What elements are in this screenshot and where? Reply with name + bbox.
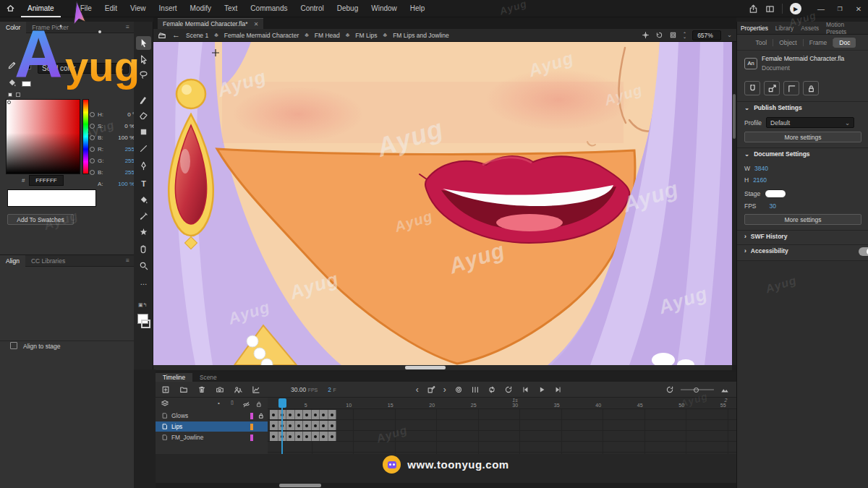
stage-height-input[interactable]: 2160: [753, 176, 767, 184]
tab-assets[interactable]: Assets: [797, 25, 822, 32]
color-type-select[interactable]: Solid color⌄: [38, 63, 129, 74]
fill-color-icon[interactable]: [7, 78, 17, 87]
loop-frames-icon[interactable]: [488, 385, 496, 393]
menu-text[interactable]: Text: [218, 0, 244, 17]
chevron-right-icon[interactable]: ›: [744, 248, 746, 254]
breadcrumb-item[interactable]: Female Mermaid Character: [224, 32, 299, 39]
publish-more-settings-button[interactable]: More settings: [744, 132, 861, 142]
playhead[interactable]: [278, 398, 286, 408]
keyframe-cell[interactable]: [286, 432, 295, 441]
accessibility-toggle[interactable]: [859, 247, 868, 256]
back-icon[interactable]: ←: [172, 31, 180, 39]
subtab-frame[interactable]: Frame: [804, 38, 833, 48]
quick-share-icon[interactable]: ▶: [790, 3, 801, 14]
layer-color-swatch[interactable]: [250, 413, 253, 419]
selection-tool[interactable]: [136, 36, 151, 50]
tab-library[interactable]: Library: [772, 25, 797, 32]
timeline-scrollbar[interactable]: [156, 483, 736, 488]
current-frame[interactable]: 2: [328, 386, 331, 393]
onion-outlines-icon[interactable]: [471, 385, 480, 393]
timeline-tab-timeline[interactable]: Timeline: [156, 373, 192, 382]
graph-icon[interactable]: [252, 385, 260, 393]
hand-tool[interactable]: [136, 242, 151, 256]
accessibility-header[interactable]: Accessibility: [751, 247, 788, 254]
tab-cc-libraries[interactable]: CC Libraries: [25, 255, 71, 267]
color-value[interactable]: 255: [125, 146, 135, 153]
menu-debug[interactable]: Debug: [331, 0, 365, 17]
document-settings-header[interactable]: Document Settings: [754, 150, 809, 158]
radio-button[interactable]: [90, 124, 95, 129]
hue-slider[interactable]: [82, 99, 89, 174]
hide-column-icon[interactable]: [242, 400, 250, 408]
step-back-icon[interactable]: ‹: [416, 385, 419, 395]
text-tool[interactable]: T: [136, 176, 151, 190]
layer-lock[interactable]: [256, 434, 266, 442]
keyframe-cell[interactable]: [286, 410, 295, 419]
panel-menu-icon[interactable]: ≡: [126, 24, 129, 30]
lock-icon[interactable]: [803, 81, 819, 95]
keyframe-cell[interactable]: [328, 432, 337, 441]
doc-more-settings-button[interactable]: More settings: [744, 214, 861, 225]
keyframe-cell[interactable]: [312, 432, 320, 441]
keyframe-cell[interactable]: [303, 421, 312, 430]
radio-button[interactable]: [90, 170, 95, 175]
keyframe-cell[interactable]: [270, 432, 278, 441]
subtab-object[interactable]: Object: [773, 38, 803, 48]
profile-select[interactable]: Default⌄: [766, 117, 854, 128]
clapper-icon[interactable]: [158, 31, 166, 40]
workspace-icon[interactable]: [765, 4, 775, 14]
radio-button[interactable]: [90, 158, 95, 163]
parenting-icon[interactable]: [234, 385, 242, 393]
reset-loop-icon[interactable]: [665, 385, 674, 393]
layer-lock[interactable]: [256, 423, 266, 431]
chevron-down-icon[interactable]: ⌄: [744, 105, 749, 111]
radio-button[interactable]: [90, 147, 95, 152]
zoom-stepper[interactable]: ⌃⌄: [683, 33, 686, 38]
tab-color[interactable]: Color: [0, 22, 26, 33]
keyframe-cell[interactable]: [320, 421, 328, 430]
zoom-tool[interactable]: [136, 259, 151, 273]
align-to-stage-checkbox[interactable]: [10, 342, 17, 349]
layer-row-glows[interactable]: Glows: [156, 411, 268, 421]
swap-colors-icon[interactable]: [16, 93, 20, 97]
keyframe-cell[interactable]: [295, 421, 304, 430]
stroke-swatch[interactable]: [141, 320, 150, 328]
default-colors-icon[interactable]: [8, 93, 12, 97]
restore-button[interactable]: ❒: [830, 6, 849, 12]
center-frame-icon[interactable]: [642, 31, 650, 39]
keyframe-cell[interactable]: [328, 421, 337, 430]
clip-content-icon[interactable]: [669, 31, 677, 39]
keyframe-cell[interactable]: [270, 410, 278, 419]
tab-close-icon[interactable]: ✕: [254, 21, 259, 27]
tab-motion-presets[interactable]: Motion Presets: [822, 21, 868, 35]
radio-button[interactable]: [90, 135, 95, 140]
menu-window[interactable]: Window: [365, 0, 404, 17]
eraser-tool[interactable]: [136, 108, 151, 122]
breadcrumb-item[interactable]: FM Head: [315, 32, 340, 39]
menu-insert[interactable]: Insert: [153, 0, 184, 17]
rotate-stage-icon[interactable]: [655, 31, 663, 39]
line-tool[interactable]: [136, 142, 151, 155]
brush-tool[interactable]: [136, 93, 151, 106]
layer-color-swatch[interactable]: [250, 424, 253, 430]
folder-icon[interactable]: [179, 385, 188, 393]
snap-object-icon[interactable]: [764, 81, 780, 95]
prev-frame-icon[interactable]: [521, 385, 529, 393]
color-value[interactable]: 100 %: [118, 134, 135, 141]
menu-control[interactable]: Control: [294, 0, 331, 17]
fps-input[interactable]: 30: [770, 202, 776, 210]
magnet-icon[interactable]: [744, 81, 760, 95]
minimize-button[interactable]: —: [812, 5, 830, 13]
eyedropper-tool[interactable]: [136, 210, 151, 223]
add-layer-icon[interactable]: [161, 385, 170, 393]
subtab-doc[interactable]: Doc: [833, 38, 856, 48]
highlight-column-icon[interactable]: •: [218, 401, 220, 406]
asset-warp-tool[interactable]: [136, 226, 151, 239]
color-value[interactable]: 100 %: [118, 181, 135, 187]
breadcrumb-scene[interactable]: Scene 1: [186, 32, 208, 39]
breadcrumb-item[interactable]: FM Lips and Jowline: [393, 32, 448, 39]
menu-modify[interactable]: Modify: [184, 0, 218, 17]
subselection-tool[interactable]: [136, 53, 151, 67]
canvas-horizontal-thumb[interactable]: [405, 366, 446, 369]
keyframe-cell[interactable]: [328, 410, 337, 419]
